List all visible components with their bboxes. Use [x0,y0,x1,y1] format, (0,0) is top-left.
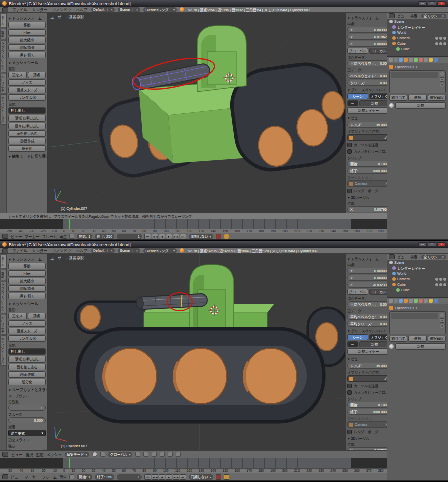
extrude-individual-button[interactable]: 個々に押し出し [8,123,46,129]
clip-end-field[interactable]: 終了:1000.000 [347,168,390,174]
jump-end-button[interactable]: ⏭ [180,474,186,480]
median-z-field[interactable]: Z:-0.03233 [347,282,390,288]
menu-help[interactable]: ヘルプ [75,248,89,253]
frame-start-field[interactable]: 開始:1 [77,234,92,239]
menu-file[interactable]: ファイル [11,7,28,12]
tab-tools[interactable]: ツール [0,255,6,269]
data-tab-icon[interactable] [414,58,418,62]
manipulator-scale-icon[interactable] [152,452,157,457]
maximize-button[interactable]: □ [428,242,436,247]
add-icon[interactable]: ＋ [106,7,109,12]
scene-tab-icon[interactable] [394,299,398,303]
render-restrict-icon[interactable] [443,278,446,281]
render-tab-icon[interactable] [389,299,393,303]
orientation-selector[interactable]: グローバル▾ [108,452,133,457]
cuts-field[interactable]: 1 [8,405,46,411]
close-button[interactable]: ✕ [437,1,446,6]
add-menu[interactable]: 追加 [36,452,44,457]
material-tab-icon[interactable] [419,58,423,62]
panel-mesh-tools[interactable]: メッシュツール [8,60,46,65]
clip-end-field[interactable]: 終了:1000.000 [347,409,390,415]
assign-button[interactable]: 割り当て [389,95,407,101]
object-tab-icon[interactable] [404,299,408,303]
viewport-3d[interactable]: ユーザー・透視投影 (1) Cylinder.007 [48,13,345,213]
editor-type-icon[interactable] [2,452,8,457]
close-button[interactable]: ✕ [437,242,446,247]
world-tab-icon[interactable] [399,299,403,303]
scene-tab-icon[interactable] [394,58,398,62]
panel-transform-n[interactable]: トランスフォーム [347,256,390,261]
next-keyframe-button[interactable]: ►► [173,474,179,480]
deselect-button[interactable]: 選択解除 [428,336,446,342]
layers-widget[interactable] [160,452,165,457]
next-keyframe-button[interactable]: ►► [173,234,179,239]
lock-camera-checkbox[interactable]: カメラをビューにロ.. [347,390,390,395]
panel-toggle-editmode[interactable]: 編集モードに切り替え [8,153,46,159]
render-border-checkbox[interactable]: レンダーボーダー [347,188,390,193]
median-z-field[interactable]: Z:0.00000 [347,41,390,47]
crease-field[interactable]: クリース:0.00 [347,80,390,86]
scale-button[interactable]: 拡大縮小 [8,37,46,43]
select-icon[interactable] [439,42,442,45]
make-edge-face-button[interactable]: 辺/面作成 [8,138,46,144]
editor-type-icon[interactable] [2,234,8,239]
object-tab-icon[interactable] [404,58,408,62]
reverse-play-button[interactable]: ◄ [159,474,165,480]
physics-tab-icon[interactable] [434,299,438,303]
local-camera-field[interactable]: Camera✕ [347,180,390,187]
outliner-row-cube[interactable]: Cube [387,282,448,287]
panel-mesh-tools[interactable]: メッシュツール [8,301,46,306]
reverse-play-button[interactable]: ◄ [159,234,165,239]
tab-create[interactable]: 作成 [0,29,6,39]
outliner-menu-view[interactable]: ビュー [397,13,408,18]
frame-end-field[interactable]: 終了:250 [95,474,114,480]
render-engine-selector[interactable]: Blenderレンダー▾ [143,248,177,253]
vertex-slide-button[interactable]: 頂点 [28,313,46,319]
render-restrict-icon[interactable] [443,42,446,45]
cursor-x-field[interactable]: X:0.00796 [347,206,390,212]
close-icon[interactable]: ✕ [110,8,113,11]
close-icon[interactable]: ✕ [136,249,138,252]
jump-start-button[interactable]: ⏮ [144,234,151,239]
translate-button[interactable]: 移動 [8,263,46,269]
smooth-vertex-button[interactable]: 頂点スムーズ [8,328,46,334]
add-icon[interactable]: ＋ [106,248,109,253]
crease-field[interactable]: 平均クリース:0.00 [347,321,390,327]
noise-button[interactable]: ノイズ [8,79,46,86]
select-button[interactable]: 選択 [408,95,426,101]
outliner-row-renderlayer[interactable]: レンダーレイヤー [387,24,448,30]
material-tab-icon[interactable] [419,299,423,303]
lens-field[interactable]: レンズ:35.000 [347,363,390,369]
menu-window[interactable]: ウィンドウ [51,7,72,12]
extrude-region-button[interactable]: 領域で押し出し [8,356,46,363]
smooth-vertex-button[interactable]: 頂点スムーズ [8,87,46,93]
falloff-selector[interactable]: 逆二乗式▾ [8,430,46,436]
tab-create[interactable]: 作成 [0,270,6,280]
outliner-row-scene[interactable]: Scene [387,19,448,24]
inset-faces-button[interactable]: 面を差し込む [8,130,46,137]
clip-start-field[interactable]: 開始:0.100 [347,402,390,408]
randomize-button[interactable]: ランダム化 [8,94,46,101]
select-icon[interactable] [439,283,442,286]
frame-end-field[interactable]: 終了:250 [95,234,114,239]
timeline-menu-playback[interactable]: 再生 [59,474,67,480]
panel-transform[interactable]: トランスフォーム [8,256,46,262]
scene-selector[interactable]: Scene＋✕ [118,7,140,12]
bevel-weight-field[interactable]: ベベルウェイト:0.00 [347,73,390,79]
editor-type-icon[interactable] [2,248,8,253]
frame-start-field[interactable]: 開始:1 [77,474,92,480]
mode-selector[interactable]: 編集モード▾ [65,452,89,457]
gp-new-layer-button[interactable]: 新規レイヤー [347,348,390,355]
edge-slide-button[interactable]: 辺をス [8,72,27,78]
record-button[interactable] [216,234,221,239]
tab-options[interactable]: オプション [0,73,6,94]
smooth-field[interactable]: 0.000 [8,417,46,423]
add-icon[interactable]: ＋ [131,248,134,253]
jump-end-button[interactable]: ⏭ [180,234,186,239]
render-border-checkbox[interactable]: レンダーボーダー [347,429,390,434]
material-slot[interactable] [391,72,438,78]
extrude-button[interactable]: 押し出し [8,107,46,114]
rotate-button[interactable]: 回転 [8,270,46,277]
render-tab-icon[interactable] [389,58,393,62]
shrink-fatten-button[interactable]: 収縮/膨張 [8,285,46,292]
